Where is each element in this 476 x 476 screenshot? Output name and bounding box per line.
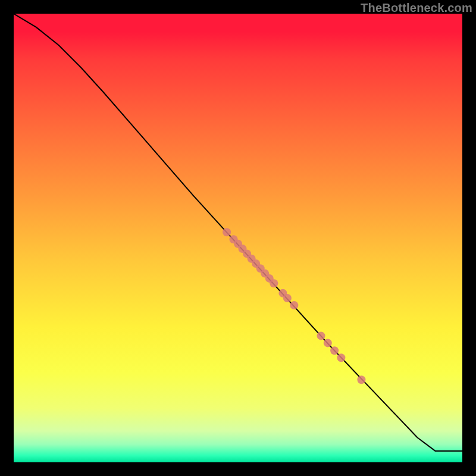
data-marker bbox=[317, 331, 325, 340]
curve-line bbox=[14, 14, 462, 451]
data-marker bbox=[283, 294, 292, 302]
data-marker bbox=[337, 353, 345, 362]
chart-overlay bbox=[14, 14, 462, 462]
plot-area bbox=[14, 14, 462, 462]
data-marker bbox=[223, 228, 231, 236]
data-marker bbox=[324, 339, 332, 347]
data-marker bbox=[330, 346, 339, 355]
data-markers bbox=[223, 228, 365, 384]
data-marker bbox=[290, 301, 298, 309]
watermark-text: TheBottleneck.com bbox=[361, 1, 472, 15]
curve-path bbox=[14, 14, 462, 451]
data-marker bbox=[270, 279, 278, 287]
data-marker bbox=[357, 375, 365, 384]
chart-stage: TheBottleneck.com bbox=[0, 0, 476, 476]
